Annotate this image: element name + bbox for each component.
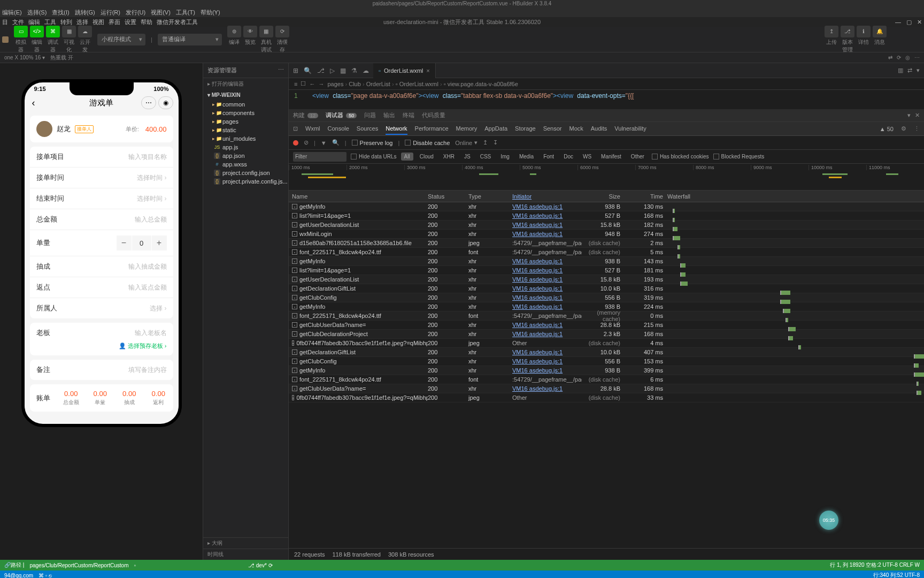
boss-input[interactable]: 输入老板名 bbox=[135, 329, 167, 338]
minimize-icon[interactable]: — bbox=[895, 19, 901, 26]
submenu-item[interactable]: 工具 bbox=[44, 18, 56, 26]
submenu-item[interactable]: 设置 bbox=[125, 18, 136, 26]
diff-icon[interactable]: ⇄ bbox=[907, 67, 912, 74]
table-row[interactable]: ▫getClubUserData?name=200xhrVM16 asdebug… bbox=[289, 321, 924, 330]
submenu-item[interactable]: 文件 bbox=[12, 18, 24, 26]
select-boss-link[interactable]: 👤 选择预存老板 › bbox=[30, 339, 173, 355]
tree-item[interactable]: ▸ 📁 common bbox=[203, 100, 288, 109]
more-icon[interactable]: ⋮ bbox=[914, 125, 920, 132]
bread-menu-icon[interactable]: ≡ bbox=[294, 81, 297, 87]
dbg-tab[interactable]: 终端 bbox=[403, 111, 414, 119]
cloud-icon[interactable]: ☁ bbox=[363, 67, 369, 74]
submenu-item[interactable]: 编辑 bbox=[28, 18, 40, 26]
submenu-item[interactable]: 界面 bbox=[109, 18, 120, 26]
filter-chip[interactable]: CSS bbox=[477, 153, 495, 161]
table-row[interactable]: ▫font_2225171_8kdcwk4po24.ttf200font:547… bbox=[289, 375, 924, 384]
more-icon[interactable]: ⋯ bbox=[914, 55, 920, 60]
devtools-tab[interactable]: Performance bbox=[415, 125, 449, 132]
search-icon[interactable]: 🔍 bbox=[304, 67, 312, 74]
table-header[interactable]: Size bbox=[582, 193, 625, 200]
upload-icon[interactable]: ↥ bbox=[483, 139, 488, 146]
table-row[interactable]: ▫getUserDeclarationList200xhrVM16 asdebu… bbox=[289, 275, 924, 284]
tree-item[interactable]: ▸ 📁 pages bbox=[203, 117, 288, 126]
editor-tab[interactable]: ▫ OrderList.wxml × bbox=[373, 63, 436, 78]
submenu-item[interactable]: 视图 bbox=[93, 18, 104, 26]
tree-item[interactable]: ▸ 📁 static bbox=[203, 126, 288, 134]
filter-chip[interactable]: Doc bbox=[560, 153, 576, 161]
back-icon[interactable]: ‹ bbox=[32, 97, 35, 109]
filter-chip[interactable]: All bbox=[401, 153, 413, 161]
explorer-menu-icon[interactable]: ⋯ bbox=[278, 66, 284, 74]
minus-button[interactable]: − bbox=[117, 235, 132, 250]
search-net-icon[interactable]: 🔍 bbox=[332, 139, 340, 146]
filter-chip[interactable]: WS bbox=[580, 153, 595, 161]
network-table[interactable]: NameStatusTypeInitiatorSizeTimeWaterfall… bbox=[289, 191, 924, 548]
maximize-icon[interactable]: ▢ bbox=[906, 19, 912, 26]
preserve-log-checkbox[interactable] bbox=[352, 140, 358, 146]
network-timeline[interactable]: 1000 ms2000 ms3000 ms4000 ms5000 ms6000 … bbox=[289, 164, 924, 191]
table-header[interactable]: Type bbox=[468, 193, 512, 200]
tree-item[interactable]: ▸ 📁 uni_modules bbox=[203, 134, 288, 143]
table-row[interactable]: ▫getClubConfig200xhrVM16 asdebug.js:1556… bbox=[289, 293, 924, 302]
menu-item[interactable]: 发行(U) bbox=[126, 9, 145, 17]
tree-item[interactable]: {} project.private.config.js... bbox=[203, 177, 288, 186]
simulator-button[interactable]: ▭ bbox=[14, 26, 28, 37]
devtools-tab[interactable]: Audits bbox=[591, 125, 607, 132]
table-header[interactable]: Name bbox=[289, 193, 428, 200]
capsule-menu[interactable]: ⋯ bbox=[141, 96, 156, 109]
dbg-tab[interactable]: 输出 bbox=[383, 111, 395, 119]
branch-icon[interactable]: ⎇ bbox=[317, 67, 325, 74]
dbg-tab[interactable]: 代码质量 bbox=[422, 111, 445, 119]
collapse-panel-icon[interactable]: ▾ bbox=[907, 112, 911, 119]
table-row[interactable]: ▫d15e80ab7f6180251a1158e33685a1b6.file20… bbox=[289, 239, 924, 248]
table-row[interactable]: ▫list?limit=1&page=1200xhrVM16 asdebug.j… bbox=[289, 211, 924, 220]
form-row[interactable]: 总金额输入总金额 bbox=[30, 209, 173, 230]
form-row[interactable]: 接单时间选择时间› bbox=[30, 168, 173, 188]
tree-item[interactable]: # app.wxss bbox=[203, 160, 288, 169]
download-icon[interactable]: ↧ bbox=[493, 139, 498, 146]
editor-button[interactable]: </> bbox=[30, 26, 44, 37]
form-row[interactable]: 单量−0+ bbox=[30, 230, 173, 256]
table-row[interactable]: ▫font_2225171_8kdcwk4po24.ttf200font:547… bbox=[289, 311, 924, 321]
current-path[interactable]: pages/Club/ReportCustom/ReportCustom bbox=[29, 562, 128, 568]
filter-input[interactable]: Filter bbox=[293, 152, 346, 162]
tree-item[interactable]: ▸ 📁 components bbox=[203, 109, 288, 117]
filter-chip[interactable]: Font bbox=[540, 153, 557, 161]
screenshot-icon[interactable]: ◎ bbox=[905, 55, 910, 60]
inspect-icon[interactable]: ⊡ bbox=[293, 125, 298, 132]
filter-chip[interactable]: Other bbox=[628, 153, 648, 161]
tool-上传[interactable]: ↥ bbox=[825, 26, 838, 37]
dbg-tab[interactable]: 调试器 50 bbox=[326, 111, 357, 119]
menu-item[interactable]: 运行(R) bbox=[101, 9, 120, 17]
device-select[interactable]: one X 100% 16 ▾ bbox=[4, 55, 45, 60]
devtools-tab[interactable]: Storage bbox=[515, 125, 536, 132]
submenu-item[interactable]: 目 bbox=[2, 18, 8, 26]
tool-版本管理[interactable]: ⎇ bbox=[841, 26, 854, 37]
table-row[interactable]: ▫0fb0744ff7fabedb307bacc9e1f1ef1e.jpeg?=… bbox=[289, 339, 924, 348]
dbg-tab[interactable]: 构建 12 bbox=[293, 111, 318, 119]
breadcrumb[interactable]: ≡ ☐ ←→ pages › Club › OrderList › ▫ Orde… bbox=[289, 78, 924, 90]
filter-chip[interactable]: Manifest bbox=[598, 153, 625, 161]
root-folder[interactable]: ▾ MP-WEIXIN bbox=[203, 90, 288, 100]
cloud-button[interactable]: ☁ bbox=[78, 26, 92, 37]
devtools-tab[interactable]: Sensor bbox=[543, 125, 562, 132]
filter-chip[interactable]: XHR bbox=[440, 153, 458, 161]
close-tab-icon[interactable]: × bbox=[426, 67, 429, 74]
table-row[interactable]: ▫getMyInfo200xhrVM16 asdebug.js:1938 B39… bbox=[289, 366, 924, 375]
dbg-tab[interactable]: 问题 bbox=[364, 111, 376, 119]
expand-icon[interactable]: ⊞ bbox=[293, 67, 298, 74]
table-row[interactable]: ▫0fb0744ff7fabedb307bacc9e1f1ef1e.jpeg?=… bbox=[289, 393, 924, 402]
filter-chip[interactable]: Img bbox=[497, 153, 513, 161]
table-row[interactable]: ▫getClubUserData?name=200xhrVM16 asdebug… bbox=[289, 384, 924, 393]
form-row[interactable]: 接单项目输入项目名称 bbox=[30, 147, 173, 168]
table-row[interactable]: ▫font_2225171_8kdcwk4po24.ttf200font:547… bbox=[289, 248, 924, 257]
throttle-select[interactable]: Online ▾ bbox=[455, 139, 478, 146]
disable-cache-checkbox[interactable] bbox=[405, 140, 411, 146]
table-row[interactable]: ▫getDeclarationGiftList200xhrVM16 asdebu… bbox=[289, 348, 924, 357]
tool-详情[interactable]: ℹ bbox=[857, 26, 871, 37]
submenu-item[interactable]: 微信开发者工具 bbox=[157, 18, 198, 26]
user-email[interactable]: 94@qq.com bbox=[4, 573, 33, 579]
settings-icon[interactable]: ⚙ bbox=[901, 125, 906, 132]
blocked-req-checkbox[interactable] bbox=[713, 154, 719, 159]
bookmark-icon[interactable]: ☐ bbox=[301, 80, 306, 87]
